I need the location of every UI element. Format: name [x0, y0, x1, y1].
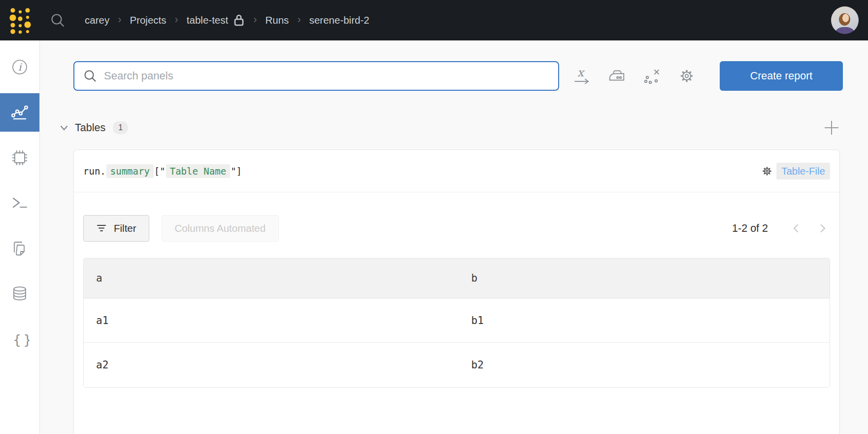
create-report-button[interactable]: Create report: [720, 61, 843, 91]
breadcrumb: carey›Projects›table-test›Runs›serene-bi…: [85, 13, 369, 27]
chevron-right-icon: [817, 223, 828, 234]
table-header-cell[interactable]: b: [459, 258, 830, 298]
workspace-settings-icons: x: [572, 67, 696, 85]
breadcrumb-separator: ›: [253, 14, 257, 25]
chevron-left-icon: [791, 223, 801, 234]
pagination-range-label: 1-2 of 2: [732, 222, 768, 235]
table-row: a1b1: [84, 298, 830, 343]
wandb-run-workspace: carey›Projects›table-test›Runs›serene-bi…: [0, 0, 868, 434]
breadcrumb-item-label: serene-bird-2: [309, 14, 369, 26]
summary-table-head: ab: [84, 258, 830, 298]
summary-table: ab a1b1a2b2: [83, 258, 830, 388]
database-icon: [11, 285, 29, 303]
table-controls-row: Filter Columns Automated 1-2 of 2: [83, 215, 830, 242]
panel-type-control: Table-File: [761, 163, 830, 180]
breadcrumb-item-label: Projects: [130, 14, 166, 26]
lock-icon: [233, 13, 245, 27]
copy-icon: [11, 240, 29, 257]
svg-text:i: i: [18, 61, 22, 73]
filter-button-label: Filter: [114, 222, 136, 234]
sidebar-item-config[interactable]: {}: [0, 320, 39, 359]
top-bar: carey›Projects›table-test›Runs›serene-bi…: [0, 0, 868, 40]
table-panel-card: run.summary["Table Name"]: [73, 149, 840, 434]
user-avatar[interactable]: [831, 6, 859, 34]
settings-gear-icon[interactable]: [677, 67, 696, 85]
search-panels-input[interactable]: [104, 70, 549, 82]
section-count-badge: 1: [113, 121, 128, 134]
tables-section-header: Tables 1: [58, 118, 839, 138]
global-search-icon[interactable]: [49, 12, 66, 29]
filter-button[interactable]: Filter: [83, 215, 149, 242]
table-row: a2b2: [84, 343, 830, 387]
section-title: Tables: [75, 122, 105, 134]
sidebar-item-charts[interactable]: [0, 93, 39, 132]
breadcrumb-item-Projects[interactable]: Projects: [130, 14, 166, 26]
query-bracket-open: [": [154, 166, 166, 177]
breadcrumb-separator: ›: [175, 14, 178, 25]
panel-settings-gear-icon[interactable]: [761, 165, 773, 177]
sidebar-item-overview[interactable]: i: [0, 48, 39, 86]
breadcrumb-item-label: table-test: [187, 14, 228, 26]
breadcrumb-item-label: carey: [85, 14, 109, 26]
line-chart-icon: [11, 104, 28, 121]
panel-query-expression[interactable]: run.summary["Table Name"]: [83, 164, 242, 178]
smoothing-iron-icon[interactable]: [607, 67, 626, 85]
breadcrumb-separator: ›: [118, 14, 121, 25]
table-pagination: 1-2 of 2: [732, 221, 830, 236]
breadcrumb-item-serene-bird-2[interactable]: serene-bird-2: [309, 14, 369, 26]
panel-type-link[interactable]: Table-File: [776, 163, 830, 180]
breadcrumb-item-carey[interactable]: carey: [85, 14, 109, 26]
sidebar-item-artifacts[interactable]: [0, 275, 39, 313]
table-cell: a1: [84, 298, 459, 343]
chip-icon: [10, 148, 29, 167]
svg-text:x: x: [577, 67, 585, 79]
sidebar-item-logs[interactable]: [0, 184, 39, 222]
add-panel-button[interactable]: [824, 120, 839, 136]
x-axis-icon[interactable]: x: [572, 67, 591, 85]
breadcrumb-item-label: Runs: [266, 14, 289, 26]
columns-automated-button[interactable]: Columns Automated: [162, 215, 279, 242]
left-nav-sidebar: i: [0, 40, 40, 434]
query-prefix: run.: [83, 166, 106, 177]
svg-text:{}: {}: [13, 332, 30, 347]
breadcrumb-item-Runs[interactable]: Runs: [266, 14, 289, 26]
query-key-summary[interactable]: summary: [106, 164, 154, 178]
braces-icon: {}: [10, 329, 30, 349]
table-header-row: ab: [84, 258, 830, 298]
chevron-down-icon[interactable]: [58, 122, 70, 134]
panel-search: [73, 61, 559, 91]
sidebar-item-system[interactable]: [0, 139, 39, 177]
breadcrumb-separator: ›: [297, 14, 300, 25]
table-cell: b2: [459, 343, 830, 387]
next-page-button[interactable]: [815, 221, 830, 236]
sidebar-item-files[interactable]: [0, 229, 39, 268]
outliers-icon[interactable]: [642, 67, 661, 85]
plus-icon: [824, 120, 839, 136]
table-cell: b1: [459, 298, 830, 343]
summary-table-body: a1b1a2b2: [84, 298, 830, 387]
query-key-table-name[interactable]: Table Name: [166, 164, 230, 178]
workspace-main: x: [40, 40, 868, 434]
workspace-toolbar: x: [73, 61, 843, 91]
wandb-logo-icon[interactable]: [9, 6, 32, 34]
search-icon: [83, 69, 97, 83]
panel-query-row: run.summary["Table Name"]: [74, 150, 839, 192]
table-header-cell[interactable]: a: [84, 258, 459, 298]
terminal-icon: [11, 194, 29, 212]
table-cell: a2: [84, 343, 459, 387]
query-bracket-close: "]: [231, 166, 242, 177]
filter-icon: [96, 223, 107, 233]
breadcrumb-item-table-test[interactable]: table-test: [187, 13, 245, 27]
previous-page-button[interactable]: [789, 221, 803, 236]
